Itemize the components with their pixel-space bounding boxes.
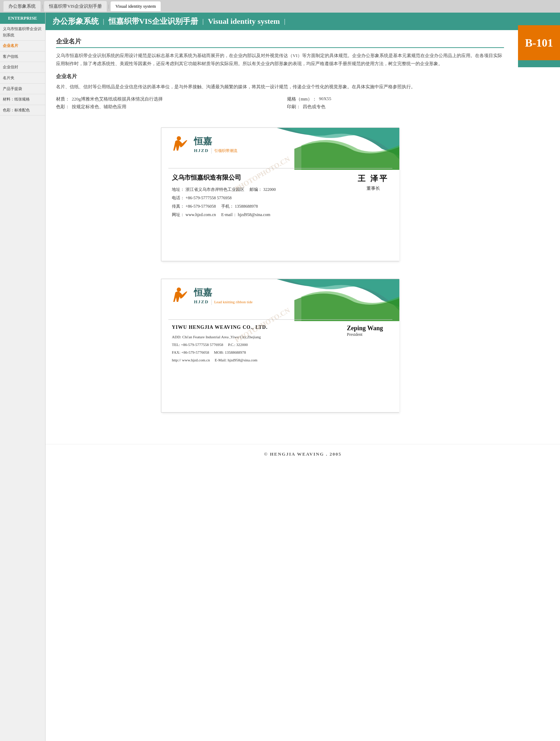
breadcrumb-sep-2: | — [202, 18, 204, 25]
card-en-tel: TEL: +86-579-5777558 5776958 P.C.: 32200… — [172, 341, 268, 348]
specs-table: 材质： 220g博雅米色艾格纸或根据具体情况自行选择 规格（mm）： 90X55… — [56, 96, 504, 110]
card-cn-logo-area: 恒嘉 HJZD | 引领织带潮流 — [172, 135, 237, 154]
biz-card-en: 恒嘉 HJZD | Lead knitting ribbon tide — [161, 279, 399, 412]
tab-bar: 办公形象系统 | 恒嘉织带VIS企业识别手册 | Visual identity… — [0, 0, 560, 13]
card-en-logo-icon — [172, 286, 191, 305]
sidebar-item-envelope[interactable]: 企业信封 — [0, 62, 45, 73]
card-en-fax: FAX: +86-579-5776058 MOB: 13588688978 — [172, 348, 268, 356]
sidebar-item-vi-system[interactable]: 义乌市恒嘉织带企业识别系统 — [0, 24, 45, 41]
main-layout: ENTERPRISE 义乌市恒嘉织带企业识别系统 企业名片 客户信纸 企业信封 … — [0, 13, 560, 741]
sub-title: 企业名片 — [56, 73, 504, 80]
sidebar-item-letterhead[interactable]: 客户信纸 — [0, 51, 45, 62]
content-area: 办公形象系统 | 恒嘉织带VIS企业识别手册 | Visual identity… — [46, 13, 560, 741]
sidebar-header: ENTERPRISE — [0, 13, 45, 24]
sidebar-item-namecard[interactable]: 企业名片 — [0, 41, 45, 51]
card-cn-divider — [168, 168, 392, 168]
logo-cn-text: 恒嘉 — [194, 135, 237, 147]
card-cn-tel: 电话： +86-579-5777558 5776958 — [172, 194, 276, 202]
biz-card-cn-wrapper: 恒嘉 HJZD | 引领织带潮流 — [161, 127, 399, 261]
breadcrumb-1: 办公形象系统 — [52, 16, 99, 27]
sub-desc: 名片、信纸、信封等公用纸品是企业信息传达的基本单位，是与外界接触、沟通最为频繁的… — [56, 83, 504, 91]
sidebar-item-cardholder[interactable]: 名片夹 — [0, 73, 45, 84]
tab-visual[interactable]: Visual identity system — [111, 1, 161, 11]
card-en-person-title: President — [347, 332, 389, 337]
cards-area: 恒嘉 HJZD | 引领织带潮流 — [56, 120, 504, 427]
card-cn-logo-text: 恒嘉 HJZD | 引领织带潮流 — [194, 135, 237, 154]
breadcrumb-3: Visual identity system — [208, 17, 280, 26]
tab-sep-2: | — [108, 4, 109, 9]
svg-point-0 — [177, 136, 181, 140]
svg-point-1 — [177, 288, 181, 292]
sidebar: ENTERPRISE 义乌市恒嘉织带企业识别系统 企业名片 客户信纸 企业信封 … — [0, 13, 46, 741]
card-en-logo-text: 恒嘉 HJZD | Lead knitting ribbon tide — [194, 286, 253, 305]
card-en-address: ADD: Chi'an Feature Industrial Area ,Yiw… — [172, 333, 268, 341]
card-cn-person: 王 泽平 董事长 — [357, 173, 389, 192]
card-en-person: Zeping Wang President — [347, 325, 389, 337]
card-en-company: YIWU HENGJIA WEAVING CO., LTD. — [172, 325, 268, 330]
card-cn-wave-svg — [259, 128, 399, 170]
card-cn-details: 地址： 浙江省义乌市赤岸特色工业园区 邮编： 322000 电话： — [172, 185, 276, 219]
card-en-info: YIWU HENGJIA WEAVING CO., LTD. ADD: Chi'… — [172, 325, 389, 364]
card-cn-logo-icon — [172, 135, 191, 154]
sidebar-item-bag[interactable]: 产品手提袋 — [0, 84, 45, 95]
badge-area: B-101 — [518, 25, 560, 67]
tab-sep-1: | — [42, 4, 43, 9]
biz-card-cn: 恒嘉 HJZD | 引领织带潮流 — [161, 128, 399, 261]
logo-en-cn-text: 恒嘉 — [194, 286, 253, 299]
header-bar: 办公形象系统 | 恒嘉织带VIS企业识别手册 | Visual identity… — [46, 13, 560, 30]
content-body: 企业名片 义乌市恒嘉织带企业识别系统的应用设计规范是以标志基本元素系统为基础而展… — [46, 30, 560, 434]
card-en-web: http:// www.hjzd.com.cn E-Mail: hjzd958@… — [172, 356, 268, 364]
biz-card-en-wrapper: 恒嘉 HJZD | Lead knitting ribbon tide — [161, 279, 399, 413]
intro-text: 义乌市恒嘉织带企业识别系统的应用设计规范是以标志基本元素系统为基础而展开的，在企… — [56, 51, 504, 68]
tab-office[interactable]: 办公形象系统 — [4, 1, 41, 12]
card-en-wave-svg — [259, 279, 399, 321]
card-cn-person-name: 王 泽平 — [357, 173, 389, 184]
card-cn-fax: 传真： +86-579-5776058 手机： 13588688978 — [172, 202, 276, 210]
card-en-left: YIWU HENGJIA WEAVING CO., LTD. ADD: Chi'… — [172, 325, 268, 364]
footer-text: © HENGJIA WEAVING . 2005 — [264, 451, 342, 457]
spec-color: 色彩： 按规定标准色、辅助色应用 — [56, 104, 273, 110]
badge-code: B-101 — [518, 25, 560, 60]
card-cn-person-title: 董事长 — [357, 185, 389, 192]
card-cn-web: 网址： www.hjzd.com.cn E-mail： hjzd958@sina… — [172, 210, 276, 219]
breadcrumb-sep-3: | — [284, 18, 286, 25]
card-en-divider — [168, 319, 392, 320]
badge-teal-bar — [518, 60, 560, 67]
page-title: 企业名片 — [56, 37, 504, 48]
card-cn-company: 义乌市恒嘉织造有限公司 — [172, 173, 276, 182]
breadcrumb-sep-1: | — [103, 18, 104, 25]
card-en-tagline: Lead knitting ribbon tide — [214, 300, 253, 304]
logo-tagline-cn: 引领织带潮流 — [214, 148, 237, 153]
card-cn-address: 地址： 浙江省义乌市赤岸特色工业园区 邮编： 322000 — [172, 185, 276, 194]
card-en-details: ADD: Chi'an Feature Industrial Area ,Yiw… — [172, 333, 268, 364]
spec-size: 规格（mm）： 90X55 — [287, 96, 504, 102]
breadcrumb-2: 恒嘉织带VIS企业识别手册 — [108, 16, 198, 27]
logo-en-text: HJZD — [194, 148, 209, 153]
card-cn-left: 义乌市恒嘉织造有限公司 地址： 浙江省义乌市赤岸特色工业园区 邮编： 32200… — [172, 173, 276, 219]
page-footer: © HENGJIA WEAVING . 2005 — [46, 444, 560, 464]
card-en-person-name: Zeping Wang — [347, 325, 389, 332]
card-cn-info: 义乌市恒嘉织造有限公司 地址： 浙江省义乌市赤岸特色工业园区 邮编： 32200… — [172, 173, 389, 219]
tab-handbook[interactable]: 恒嘉织带VIS企业识别手册 — [44, 1, 107, 12]
sidebar-item-color[interactable]: 色彩：标准配色 — [0, 105, 45, 116]
spec-material: 材质： 220g博雅米色艾格纸或根据具体情况自行选择 — [56, 96, 273, 102]
spec-print: 印刷： 四色或专色 — [287, 104, 504, 110]
sidebar-item-material[interactable]: 材料：纸张规格 — [0, 94, 45, 105]
card-en-logo-area: 恒嘉 HJZD | Lead knitting ribbon tide — [172, 286, 253, 305]
